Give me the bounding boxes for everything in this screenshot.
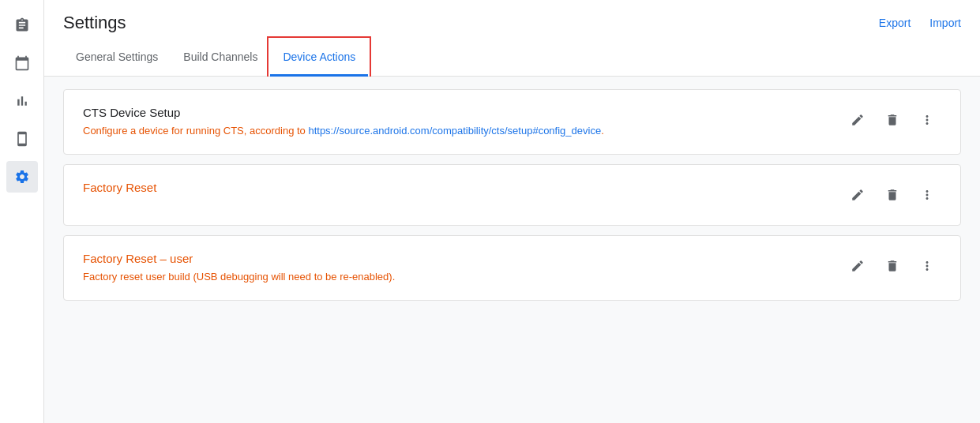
factory-reset-user-edit-button[interactable] bbox=[843, 252, 872, 280]
tab-build-channels[interactable]: Build Channels bbox=[171, 39, 270, 77]
card-factory-reset-user-body: Factory Reset – user Factory reset user … bbox=[83, 252, 824, 284]
card-cts-title: CTS Device Setup bbox=[83, 106, 824, 119]
cts-delete-button[interactable] bbox=[878, 106, 907, 134]
tabs-bar: General Settings Build Channels Device A… bbox=[44, 39, 980, 77]
import-button[interactable]: Import bbox=[929, 17, 961, 29]
cts-more-button[interactable] bbox=[913, 106, 941, 134]
factory-reset-edit-button[interactable] bbox=[843, 181, 872, 209]
sidebar-item-calendar[interactable] bbox=[6, 47, 38, 79]
sidebar-item-clipboard[interactable] bbox=[6, 9, 38, 41]
tab-device-actions[interactable]: Device Actions bbox=[270, 39, 368, 77]
card-cts-desc-suffix: . bbox=[601, 125, 604, 137]
card-factory-reset-user-actions bbox=[843, 252, 941, 280]
card-cts-link[interactable]: https://source.android.com/compatibility… bbox=[308, 125, 601, 137]
card-factory-reset-user-title: Factory Reset – user bbox=[83, 252, 824, 265]
page-header: Settings Export Import bbox=[44, 0, 980, 33]
cts-edit-button[interactable] bbox=[843, 106, 872, 134]
factory-reset-user-delete-button[interactable] bbox=[878, 252, 907, 280]
factory-reset-more-button[interactable] bbox=[913, 181, 941, 209]
card-factory-reset-title: Factory Reset bbox=[83, 181, 824, 194]
page-title: Settings bbox=[63, 13, 126, 33]
card-factory-reset: Factory Reset bbox=[63, 164, 961, 226]
tab-general-settings[interactable]: General Settings bbox=[63, 39, 171, 77]
sidebar-item-chart[interactable] bbox=[6, 85, 38, 117]
card-cts-actions bbox=[843, 106, 941, 134]
card-cts-description: Configure a device for running CTS, acco… bbox=[83, 124, 824, 138]
content-area: CTS Device Setup Configure a device for … bbox=[44, 77, 980, 423]
export-button[interactable]: Export bbox=[879, 17, 911, 29]
card-factory-reset-body: Factory Reset bbox=[83, 181, 824, 199]
sidebar-item-device[interactable] bbox=[6, 123, 38, 155]
card-factory-reset-user-description: Factory reset user build (USB debugging … bbox=[83, 270, 824, 284]
card-cts-body: CTS Device Setup Configure a device for … bbox=[83, 106, 824, 138]
sidebar bbox=[0, 0, 44, 423]
main-content: Settings Export Import General Settings … bbox=[44, 0, 980, 423]
factory-reset-user-more-button[interactable] bbox=[913, 252, 941, 280]
sidebar-item-settings[interactable] bbox=[6, 161, 38, 193]
card-cts-desc-text: Configure a device for running CTS, acco… bbox=[83, 125, 308, 137]
card-factory-reset-user: Factory Reset – user Factory reset user … bbox=[63, 235, 961, 301]
card-factory-reset-actions bbox=[843, 181, 941, 209]
card-cts-device-setup: CTS Device Setup Configure a device for … bbox=[63, 89, 961, 155]
header-actions: Export Import bbox=[879, 17, 961, 29]
factory-reset-delete-button[interactable] bbox=[878, 181, 907, 209]
